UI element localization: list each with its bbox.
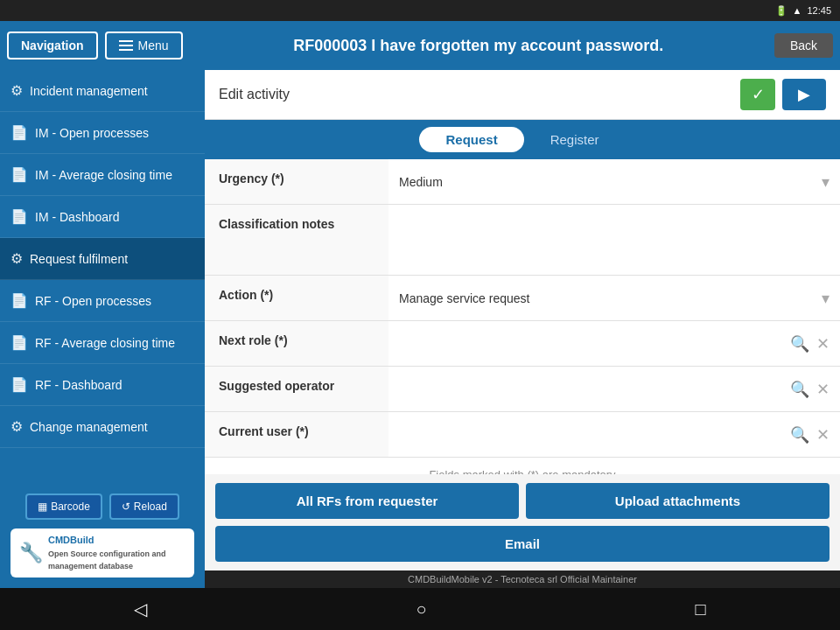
mandatory-note: Fields marked with (*) are mandatory xyxy=(205,458,840,474)
edit-header: Edit activity ✓ ▶ xyxy=(205,70,840,120)
edit-activity-title: Edit activity xyxy=(219,87,290,102)
android-back-button[interactable]: ◁ xyxy=(116,592,164,626)
sidebar-item-request-fulfilment[interactable]: ⚙ Request fulfilment xyxy=(0,238,205,280)
bottom-row-2: Email xyxy=(215,526,830,562)
action-value[interactable]: Manage service request ▾ xyxy=(388,276,840,320)
sidebar-item-rf-average-closing-time[interactable]: 📄 RF - Average closing time xyxy=(0,322,205,364)
action-dropdown-icon: ▾ xyxy=(822,289,830,308)
sidebar-item-im-open-processes[interactable]: 📄 IM - Open processes xyxy=(0,112,205,154)
android-recent-button[interactable]: □ xyxy=(677,592,723,626)
urgency-dropdown-icon: ▾ xyxy=(822,172,830,192)
android-nav-bar: ◁ ○ □ xyxy=(0,588,840,630)
document-icon-2: 📄 xyxy=(10,166,28,183)
current-user-clear-icon[interactable]: ✕ xyxy=(816,425,830,444)
next-role-clear-icon[interactable]: ✕ xyxy=(816,334,830,354)
form-row-next-role: Next role (*) 🔍 ✕ xyxy=(205,321,840,367)
bottom-row-1: All RFs from requester Upload attachment… xyxy=(215,483,830,519)
document-icon: 📄 xyxy=(10,124,28,141)
top-bar: Navigation Menu RF000003 I have forgotte… xyxy=(0,21,840,70)
document-icon-4: 📄 xyxy=(10,292,28,309)
upload-attachments-button[interactable]: Upload attachments xyxy=(526,483,830,519)
sidebar-actions: ▦ Barcode ↺ Reload xyxy=(25,494,179,520)
tabs-bar: Request Register xyxy=(205,120,840,159)
form-row-urgency: Urgency (*) Medium ▾ xyxy=(205,159,840,205)
back-button[interactable]: Back xyxy=(774,33,833,58)
suggested-operator-value: 🔍 ✕ xyxy=(388,367,840,411)
current-user-search-icon[interactable]: 🔍 xyxy=(790,425,809,444)
android-home-button[interactable]: ○ xyxy=(398,592,444,626)
document-icon-3: 📄 xyxy=(10,208,28,225)
reload-icon: ↺ xyxy=(122,500,130,513)
gear-icon-3: ⚙ xyxy=(10,418,23,435)
time-display: 12:45 xyxy=(807,5,831,16)
next-role-search-icon[interactable]: 🔍 xyxy=(790,334,809,354)
current-user-field: 🔍 ✕ xyxy=(399,425,830,444)
hamburger-icon xyxy=(119,40,133,51)
sidebar-item-im-dashboard[interactable]: 📄 IM - Dashboard xyxy=(0,196,205,238)
logo-text: CMDBuild Open Source configuration and m… xyxy=(48,534,186,572)
signal-icon: ▲ xyxy=(793,5,802,16)
sidebar-item-incident-management[interactable]: ⚙ Incident management xyxy=(0,70,205,112)
email-button[interactable]: Email xyxy=(215,526,830,562)
next-role-value: 🔍 ✕ xyxy=(388,321,840,366)
content-area: Edit activity ✓ ▶ Request Register xyxy=(205,70,840,588)
tab-request[interactable]: Request xyxy=(419,127,523,152)
action-label: Action (*) xyxy=(205,276,388,320)
confirm-button[interactable]: ✓ xyxy=(740,79,775,110)
main-layout: ⚙ Incident management 📄 IM - Open proces… xyxy=(0,70,840,588)
check-icon: ✓ xyxy=(752,85,765,104)
play-button[interactable]: ▶ xyxy=(782,79,826,110)
form-row-action: Action (*) Manage service request ▾ xyxy=(205,276,840,321)
status-bar: 🔋 ▲ 12:45 xyxy=(0,0,840,21)
sidebar-item-rf-open-processes[interactable]: 📄 RF - Open processes xyxy=(0,280,205,322)
suggested-operator-clear-icon[interactable]: ✕ xyxy=(816,380,830,399)
form-row-current-user: Current user (*) 🔍 ✕ xyxy=(205,412,840,458)
next-role-field: 🔍 ✕ xyxy=(399,334,830,354)
reload-button[interactable]: ↺ Reload xyxy=(109,494,179,520)
page-title: RF000003 I have forgotten my account pas… xyxy=(190,37,767,55)
play-icon: ▶ xyxy=(798,85,810,104)
urgency-label: Urgency (*) xyxy=(205,159,388,204)
current-user-label: Current user (*) xyxy=(205,412,388,457)
suggested-operator-label: Suggested operator xyxy=(205,367,388,411)
form-row-suggested-operator: Suggested operator 🔍 ✕ xyxy=(205,367,840,412)
form-area: Urgency (*) Medium ▾ Classification note… xyxy=(205,159,840,474)
urgency-value[interactable]: Medium ▾ xyxy=(388,159,840,204)
gear-icon: ⚙ xyxy=(10,82,23,99)
sidebar-item-im-average-closing-time[interactable]: 📄 IM - Average closing time xyxy=(0,154,205,196)
logo-area: 🔧 CMDBuild Open Source configuration and… xyxy=(10,528,194,578)
logo-icon: 🔧 xyxy=(19,542,43,564)
classification-notes-value[interactable] xyxy=(388,205,840,275)
navigation-button[interactable]: Navigation xyxy=(7,32,98,60)
bottom-buttons: All RFs from requester Upload attachment… xyxy=(205,474,840,570)
barcode-button[interactable]: ▦ Barcode xyxy=(25,494,102,520)
sidebar-item-change-management[interactable]: ⚙ Change management xyxy=(0,406,205,448)
classification-notes-label: Classification notes xyxy=(205,205,388,275)
document-icon-6: 📄 xyxy=(10,376,28,393)
tab-register[interactable]: Register xyxy=(524,127,626,152)
barcode-icon: ▦ xyxy=(38,500,47,513)
current-user-value: 🔍 ✕ xyxy=(388,412,840,457)
suggested-operator-search-icon[interactable]: 🔍 xyxy=(790,380,809,399)
header-actions: ✓ ▶ xyxy=(740,79,826,110)
menu-button[interactable]: Menu xyxy=(105,32,183,60)
form-row-classification-notes: Classification notes xyxy=(205,205,840,276)
document-icon-5: 📄 xyxy=(10,334,28,351)
sidebar: ⚙ Incident management 📄 IM - Open proces… xyxy=(0,70,205,588)
sidebar-bottom: ▦ Barcode ↺ Reload 🔧 CMDBuild Open Sourc… xyxy=(0,483,205,588)
all-rfs-button[interactable]: All RFs from requester xyxy=(215,483,519,519)
next-role-label: Next role (*) xyxy=(205,321,388,366)
footer: CMDBuildMobile v2 - Tecnoteca srl Offici… xyxy=(205,570,840,588)
sidebar-item-rf-dashboard[interactable]: 📄 RF - Dashboard xyxy=(0,364,205,406)
suggested-operator-field: 🔍 ✕ xyxy=(399,380,830,399)
gear-icon-2: ⚙ xyxy=(10,250,23,267)
battery-icon: 🔋 xyxy=(775,5,788,17)
